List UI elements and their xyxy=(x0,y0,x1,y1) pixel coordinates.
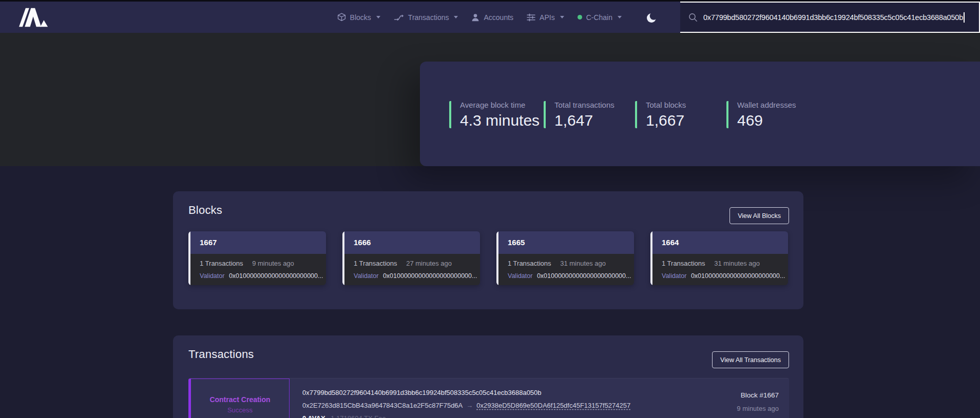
transaction-amount: 0 AVAX xyxy=(302,414,325,418)
chevron-down-icon xyxy=(618,16,622,18)
block-details: 1 Transactions 9 minutes ago Validator 0… xyxy=(190,254,326,285)
block-age: 31 minutes ago xyxy=(714,260,760,267)
block-card-1664[interactable]: 1664 1 Transactions 31 minutes ago Valid… xyxy=(650,231,788,285)
validator-label: Validator xyxy=(354,272,378,280)
search-input[interactable]: 0x7799bd580272f9604140b6991d3bb6c19924bf… xyxy=(703,13,963,22)
logo-peak xyxy=(40,20,48,27)
nav-label: Transactions xyxy=(408,13,449,22)
from-address[interactable]: 0x2E7263d815CbB43a9647843C8a1e2F5c87F75d… xyxy=(302,402,463,409)
blocks-section: Blocks View All Blocks 1667 1 Transactio… xyxy=(173,191,803,309)
stat-wallet-addresses: Wallet addresses 469 xyxy=(726,101,796,128)
transaction-fee: 1.1718604 TX Fee xyxy=(331,414,386,418)
text-cursor xyxy=(964,12,965,23)
block-age: 27 minutes ago xyxy=(406,260,452,267)
search-icon xyxy=(688,13,698,22)
stat-value: 1,667 xyxy=(646,113,686,128)
block-details: 1 Transactions 31 minutes ago Validator … xyxy=(498,254,634,285)
block-card-1665[interactable]: 1665 1 Transactions 31 minutes ago Valid… xyxy=(496,231,634,285)
transaction-hash[interactable]: 0x7799bd580272f9604140b6991d3bb6c19924bf… xyxy=(302,389,630,396)
stat-total-transactions: Total transactions 1,647 xyxy=(544,101,614,128)
transfer-arrows-icon xyxy=(394,13,404,22)
block-number[interactable]: 1666 xyxy=(344,231,480,254)
transactions-section: Transactions View All Transactions Contr… xyxy=(173,335,803,418)
transaction-row[interactable]: Contract Creation Success 0x7799bd580272… xyxy=(188,378,789,418)
validator-label: Validator xyxy=(200,272,224,280)
block-tx-count: 1 Transactions xyxy=(200,260,243,267)
transaction-details: 0x7799bd580272f9604140b6991d3bb6c19924bf… xyxy=(290,379,630,418)
block-card-1667[interactable]: 1667 1 Transactions 9 minutes ago Valida… xyxy=(188,231,326,285)
block-tx-count: 1 Transactions xyxy=(354,260,397,267)
block-number[interactable]: 1664 xyxy=(652,231,788,254)
chevron-down-icon xyxy=(560,16,564,18)
to-address[interactable]: 0x2938eD5D869e50DA6f125dfc45F13157f52742… xyxy=(476,402,630,409)
validator-address[interactable]: 0x01000000000000000000000... xyxy=(383,272,477,280)
cube-icon xyxy=(337,13,346,22)
arrow-right-icon: → xyxy=(463,402,476,409)
chevron-down-icon xyxy=(376,16,380,18)
nav-menu: Blocks Transactions Accounts APIs C xyxy=(337,2,980,33)
nav-item-transactions[interactable]: Transactions xyxy=(394,13,458,22)
validator-label: Validator xyxy=(508,272,532,280)
view-all-transactions-button[interactable]: View All Transactions xyxy=(712,351,789,368)
green-status-dot xyxy=(578,15,582,19)
block-number[interactable]: 1667 xyxy=(190,231,326,254)
stat-value: 1,647 xyxy=(554,113,614,128)
blocks-section-title: Blocks xyxy=(188,204,222,217)
transactions-section-title: Transactions xyxy=(188,348,254,361)
nav-label: Accounts xyxy=(484,13,513,22)
nav-item-c-chain[interactable]: C-Chain xyxy=(578,13,622,22)
sliders-icon xyxy=(527,13,535,22)
block-number[interactable]: 1665 xyxy=(498,231,634,254)
stat-label: Wallet addresses xyxy=(737,101,796,109)
block-tx-count: 1 Transactions xyxy=(662,260,705,267)
stat-total-blocks: Total blocks 1,667 xyxy=(635,101,686,128)
hero-background: Average block time 4.3 minutes Total tra… xyxy=(0,33,980,166)
block-age: 31 minutes ago xyxy=(560,260,606,267)
transaction-status: Success xyxy=(227,406,253,414)
nav-item-apis[interactable]: APIs xyxy=(527,13,564,22)
validator-address[interactable]: 0x01000000000000000000000... xyxy=(229,272,323,280)
transaction-meta: Block #1667 9 minutes ago xyxy=(737,379,789,418)
chevron-down-icon xyxy=(454,16,458,18)
avalanche-logo[interactable] xyxy=(19,7,48,28)
block-details: 1 Transactions 31 minutes ago Validator … xyxy=(652,254,788,285)
network-stats-card: Average block time 4.3 minutes Total tra… xyxy=(420,62,980,166)
block-details: 1 Transactions 27 minutes ago Validator … xyxy=(344,254,480,285)
stat-value: 469 xyxy=(737,113,796,128)
stat-value: 4.3 minutes xyxy=(460,113,540,128)
nav-label: Blocks xyxy=(350,13,371,22)
nav-item-accounts[interactable]: Accounts xyxy=(471,13,513,22)
nav-label: C-Chain xyxy=(586,13,612,22)
view-all-blocks-button[interactable]: View All Blocks xyxy=(729,207,789,224)
transaction-block-ref[interactable]: Block #1667 xyxy=(737,391,779,399)
nav-label: APIs xyxy=(540,13,555,22)
stat-label: Total transactions xyxy=(554,101,614,109)
stat-label: Average block time xyxy=(460,101,540,109)
person-icon xyxy=(471,13,479,22)
dark-mode-toggle[interactable] xyxy=(646,12,658,23)
validator-address[interactable]: 0x01000000000000000000000... xyxy=(691,272,785,280)
top-navbar: Blocks Transactions Accounts APIs C xyxy=(0,0,980,33)
nav-item-blocks[interactable]: Blocks xyxy=(337,13,380,22)
block-tx-count: 1 Transactions xyxy=(508,260,551,267)
validator-label: Validator xyxy=(662,272,686,280)
block-card-1666[interactable]: 1666 1 Transactions 27 minutes ago Valid… xyxy=(342,231,480,285)
validator-address[interactable]: 0x01000000000000000000000... xyxy=(537,272,631,280)
stat-average-block-time: Average block time 4.3 minutes xyxy=(449,101,540,128)
transaction-type: Contract Creation xyxy=(209,395,270,404)
block-age: 9 minutes ago xyxy=(252,260,294,267)
transaction-type-badge: Contract Creation Success xyxy=(191,379,290,418)
search-bar[interactable]: 0x7799bd580272f9604140b6991d3bb6c19924bf… xyxy=(680,2,980,33)
stat-label: Total blocks xyxy=(646,101,686,109)
transaction-age: 9 minutes ago xyxy=(737,405,779,412)
moon-icon xyxy=(646,12,658,23)
